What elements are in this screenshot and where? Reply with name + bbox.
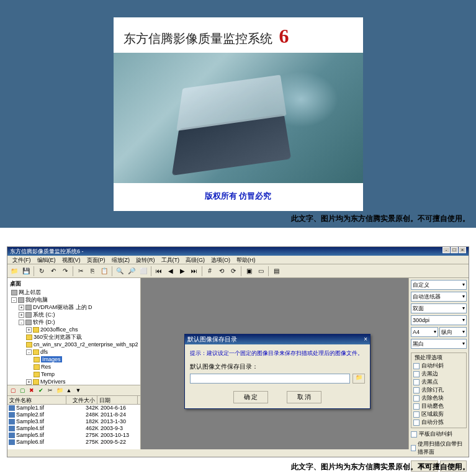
tool-refresh-icon[interactable]: ↻ [36,266,47,277]
combo-duplex[interactable]: 双面 [411,303,467,313]
check-option[interactable]: 去除色块 [413,394,464,402]
menu-item[interactable]: 编辑(E) [35,256,58,264]
splash-card: 东方信腾影像质量监控系统 6 版权所有 仿冒必究 [114,17,363,211]
tree-node[interactable]: +MyDrivers [9,378,139,385]
tool-prev-icon[interactable]: ◀ [165,266,176,277]
tool-zoomin-icon[interactable]: 🔍 [114,266,125,277]
ft-select-icon[interactable]: ▢ [9,386,17,395]
tree-node[interactable]: -我的电脑 [9,296,139,303]
cancel-button[interactable]: 取 消 [287,391,321,403]
menubar: 文件(F)编辑(E)视图(V)页面(P)缩放(Z)旋转(R)工具(T)高级(G)… [7,256,469,264]
minimize-button[interactable]: - [442,247,450,253]
check-option[interactable]: 自动分拣 [413,418,464,426]
ft-check-icon[interactable]: ✔ [37,386,45,395]
tree-node[interactable]: 360安全浏览器下载 [9,333,139,341]
menu-item[interactable]: 旋转(R) [133,256,158,264]
file-row[interactable]: Sample3.tif182K2013-1-30 [7,418,140,425]
tool-grid-icon[interactable]: # [204,266,215,277]
check-option[interactable]: 去黑边 [413,370,464,378]
menu-item[interactable]: 选项(O) [209,256,233,264]
splash-image [114,53,363,183]
menu-item[interactable]: 缩放(Z) [109,256,133,264]
close-button[interactable]: × [459,247,466,253]
tree-node[interactable]: Res [9,363,139,370]
menu-item[interactable]: 页面(P) [84,256,108,264]
tool-last-icon[interactable]: ⏭ [189,266,200,277]
tool-rotate-left-icon[interactable]: ⟲ [216,266,227,277]
tree-node[interactable]: Temp [9,370,139,378]
save-dir-dialog: 默认图像保存目录 × 提示：建议设定一个固定的图像目录来保存扫描或处理后的图像文… [184,334,370,409]
tool-undo-icon[interactable]: ↶ [48,266,59,277]
maximize-button[interactable]: □ [451,247,458,253]
dialog-close-icon[interactable]: × [364,335,367,344]
file-row[interactable]: Sample1.tif342K2004-6-16 [7,405,140,411]
combo-orient[interactable]: 纵向 [439,327,467,337]
menu-item[interactable]: 文件(F) [10,256,34,264]
tree-node[interactable]: cn_win_srv_2003_r2_enterprise_with_sp2 [9,341,139,348]
combo-color[interactable]: 黑白 [411,339,467,349]
tree-node[interactable]: -dfs [9,348,139,356]
ft-add-icon[interactable]: ▢ [18,386,27,395]
tool-select-icon[interactable]: ▭ [255,266,266,277]
col-date[interactable]: 日期 [97,396,138,404]
tool-zoomout-icon[interactable]: 🔎 [126,266,137,277]
tree-root[interactable]: 桌面 [9,279,139,289]
tree-node[interactable]: Images [9,356,139,363]
menu-item[interactable]: 视图(V) [60,256,83,264]
tree-node[interactable]: 网上邻居 [9,289,139,296]
file-row[interactable]: Sample4.tif462K2003-9-3 [7,425,140,432]
tool-copy-icon[interactable]: ⎘ [87,266,98,277]
tool-rotate-right-icon[interactable]: ⟳ [228,266,239,277]
check-native-ui[interactable]: 使用扫描仪自带扫描界面 [411,440,467,456]
tool-next-icon[interactable]: ▶ [177,266,188,277]
tool-save-icon[interactable]: 💾 [20,266,32,277]
app-panel: 东方信腾影像质量监控系统6 - - □ × 文件(F)编辑(E)视图(V)页面(… [0,228,476,476]
tool-open-icon[interactable]: 📁 [9,266,20,277]
ft-up-icon[interactable]: ▲ [65,386,73,395]
check-flatbed[interactable]: 平板自动纠斜 [411,430,467,438]
ok-button[interactable]: 确 定 [233,391,268,403]
file-list[interactable]: Sample1.tif342K2004-6-16Sample2.tif248K2… [7,405,140,449]
menu-item[interactable]: 工具(T) [159,256,182,264]
combo-feeder[interactable]: 自动送纸器 [411,292,467,302]
tool-crop-icon[interactable]: ▣ [243,266,254,277]
check-option[interactable]: 去黑点 [413,378,464,386]
dialog-hint: 提示：建议设定一个固定的图像目录来保存扫描或处理后的图像文件。 [190,349,365,357]
tool-fit-icon[interactable]: ⬜ [138,266,149,277]
tool-first-icon[interactable]: ⏮ [153,266,164,277]
file-row[interactable]: Sample2.tif248K2011-8-24 [7,411,140,418]
col-size[interactable]: 文件大小 [66,396,97,404]
group-title: 预处理选项 [413,354,444,362]
dir-input[interactable] [190,374,350,384]
ft-del-icon[interactable]: ✖ [27,386,36,395]
folder-tree[interactable]: 桌面 网上邻居-我的电脑+DVDRAM驱动器 上的 D+系统 (C:)-软件 (… [7,278,140,385]
tool-cut-icon[interactable]: ✂ [75,266,86,277]
browse-button[interactable]: 📁 [353,374,365,384]
check-option[interactable]: 去除订孔 [413,386,464,394]
file-row[interactable]: Sample5.tif275K2003-10-13 [7,432,140,439]
tree-node[interactable]: +DVDRAM驱动器 上的 D [9,303,139,311]
window-title: 东方信腾影像质量监控系统6 - [10,247,84,256]
tool-paste-icon[interactable]: 📋 [99,266,110,277]
check-option[interactable]: 目动磨色 [413,402,464,410]
check-option[interactable]: 自动纠斜 [413,362,464,370]
tree-node[interactable]: +系统 (C:) [9,311,139,318]
titlebar: 东方信腾影像质量监控系统6 - - □ × [7,247,469,256]
combo-paper[interactable]: A4 [411,327,438,337]
tree-node[interactable]: +2003office_chs [9,326,139,333]
ft-down-icon[interactable]: ▼ [74,386,83,395]
tool-redo-icon[interactable]: ↷ [60,266,71,277]
menu-item[interactable]: 帮助(H) [234,256,258,264]
splash-panel: 东方信腾影像质量监控系统 6 版权所有 仿冒必究 此文字、图片均为东方信腾实景原… [0,0,476,228]
combo-dpi[interactable]: 300dpi [411,315,467,325]
file-row[interactable]: Sample6.tif275K2009-5-22 [7,439,140,446]
ft-folder-icon[interactable]: 📁 [55,386,64,395]
col-name[interactable]: 文件名称 [7,396,66,404]
app-window: 东方信腾影像质量监控系统6 - - □ × 文件(F)编辑(E)视图(V)页面(… [7,246,469,457]
tool-scan-icon[interactable]: ▤ [271,266,282,277]
tree-node[interactable]: -软件 (D:) [9,318,139,326]
ft-cut-icon[interactable]: ✂ [46,386,55,395]
check-option[interactable]: 区域裁剪 [413,410,464,418]
combo-preset[interactable]: 自定义 [411,280,467,290]
menu-item[interactable]: 高级(G) [183,256,207,264]
